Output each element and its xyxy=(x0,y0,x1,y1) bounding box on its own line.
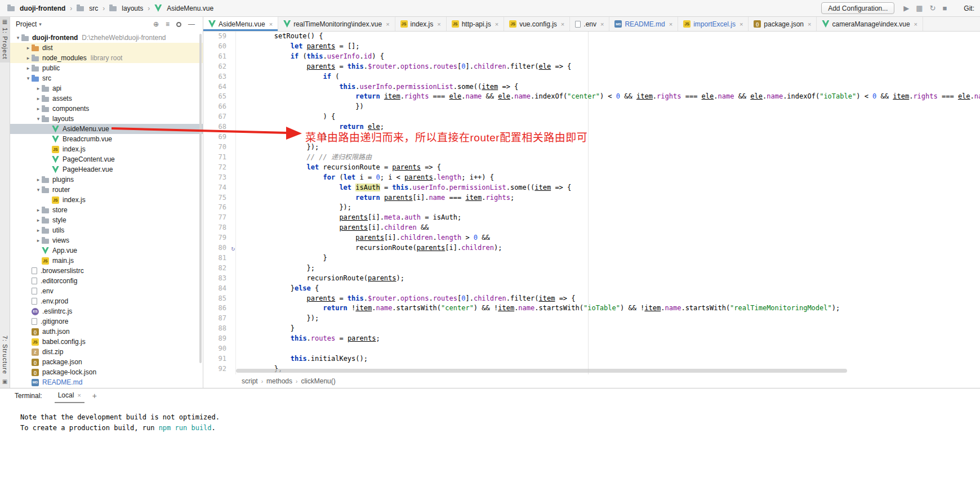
line-number-86[interactable]: 86 xyxy=(203,303,235,314)
line-number-66[interactable]: 66 xyxy=(203,102,235,112)
tree-item-public[interactable]: ▸public xyxy=(10,63,203,73)
tree-item-main-js[interactable]: JSmain.js xyxy=(10,256,203,266)
line-number-61[interactable]: 61 xyxy=(203,52,235,62)
tree-item-src[interactable]: ▾src xyxy=(10,73,203,83)
code-line-78[interactable]: parents[i].children && xyxy=(242,223,980,233)
editor-breadcrumb-clickmenu[interactable]: clickMenu() xyxy=(301,377,335,385)
line-number-73[interactable]: 73 xyxy=(203,173,235,183)
tab-env[interactable]: .env× xyxy=(570,17,609,31)
close-tab-icon[interactable]: × xyxy=(808,21,811,28)
tree-item-components[interactable]: ▸components xyxy=(10,104,203,114)
tree-item-node-modules[interactable]: ▸node_moduleslibrary root xyxy=(10,53,203,63)
code-line-67[interactable]: ) { xyxy=(242,112,980,122)
chevron-right-icon[interactable]: ▸ xyxy=(35,207,42,213)
line-number-85[interactable]: 85 xyxy=(203,294,235,304)
breadcrumb-item-duoji-frontend[interactable]: duoji-frontend xyxy=(6,3,67,14)
code-line-88[interactable]: } xyxy=(242,324,980,334)
line-number-77[interactable]: 77 xyxy=(203,213,235,223)
editor-breadcrumb-script[interactable]: script xyxy=(242,377,258,385)
chevron-right-icon[interactable]: ▸ xyxy=(25,45,32,51)
tree-item-duoji-frontend[interactable]: ▾duoji-frontendD:\zheheWeb\duoji-fronten… xyxy=(10,33,203,43)
tree-item-editorconfig[interactable]: .editorconfig xyxy=(10,276,203,286)
chevron-down-icon[interactable]: ▾ xyxy=(15,35,21,41)
new-terminal-button[interactable]: + xyxy=(92,391,97,400)
chevron-right-icon[interactable]: ▸ xyxy=(25,55,32,61)
tree-item-dist-zip[interactable]: Zdist.zip xyxy=(10,347,203,357)
code-line-73[interactable]: for (let i = 0; i < parents.length; i++)… xyxy=(242,173,980,183)
recursion-icon[interactable]: ↻ xyxy=(231,244,235,254)
code-line-60[interactable]: let parents = []; xyxy=(242,42,980,52)
chevron-right-icon[interactable]: ▸ xyxy=(35,238,42,243)
chevron-right-icon[interactable]: ▸ xyxy=(35,106,42,111)
line-number-88[interactable]: 88 xyxy=(203,324,235,334)
toolwindow-icon[interactable]: ▣ xyxy=(2,379,7,385)
code-line-77[interactable]: parents[i].meta.auth = isAuth; xyxy=(242,213,980,223)
tab-http-api-js[interactable]: JShttp-api.js× xyxy=(447,17,504,31)
code-line-66[interactable]: }) xyxy=(242,102,980,112)
code-line-81[interactable]: } xyxy=(242,253,980,263)
tree-item-store[interactable]: ▸store xyxy=(10,205,203,215)
line-number-83[interactable]: 83 xyxy=(203,274,235,284)
line-number-70[interactable]: 70 xyxy=(203,142,235,153)
code-line-82[interactable]: }; xyxy=(242,263,980,274)
close-tab-icon[interactable]: × xyxy=(740,21,743,28)
tree-item-eslintrc-js[interactable]: ES.eslintrc.js xyxy=(10,306,203,316)
line-number-62[interactable]: 62 xyxy=(203,62,235,72)
hide-panel-icon[interactable]: — xyxy=(188,21,195,28)
tab-cameramanage-index-vue[interactable]: cameraManage\index.vue× xyxy=(817,17,923,31)
tree-item-gitignore[interactable]: .gitignore xyxy=(10,316,203,327)
build-project-button[interactable]: ▦ xyxy=(916,5,923,12)
close-tab-icon[interactable]: × xyxy=(269,21,273,28)
line-number-59[interactable]: 59 xyxy=(203,32,235,42)
line-number-92[interactable]: 92 xyxy=(203,364,235,374)
tree-item-api[interactable]: ▸api xyxy=(10,83,203,93)
line-number-79[interactable]: 79 xyxy=(203,233,235,243)
line-number-80[interactable]: 80↻ xyxy=(203,243,235,253)
code-line-74[interactable]: let isAuth = this.userInfo.permissionLis… xyxy=(242,183,980,193)
tab-importexcel-js[interactable]: JSimportExcel.js× xyxy=(678,17,749,31)
code-line-59[interactable]: setRoute() { xyxy=(242,32,980,42)
structure-toolwindow-button[interactable]: 7: Structure xyxy=(2,336,8,374)
line-number-78[interactable]: 78 xyxy=(203,223,235,233)
line-number-74[interactable]: 74 xyxy=(203,183,235,193)
close-icon[interactable]: × xyxy=(77,392,81,399)
line-number-60[interactable]: 60 xyxy=(203,42,235,52)
code-line-75[interactable]: return parents[i].name === item.rights; xyxy=(242,193,980,203)
close-tab-icon[interactable]: × xyxy=(561,21,564,28)
tab-vue-config-js[interactable]: JSvue.config.js× xyxy=(504,17,570,31)
code-line-63[interactable]: if ( xyxy=(242,72,980,82)
breadcrumb-item-asidemenu-vue[interactable]: AsideMenu.vue xyxy=(153,3,215,14)
code-line-62[interactable]: parents = this.$router.options.routes[0]… xyxy=(242,62,980,72)
tree-item-package-json[interactable]: {}package.json xyxy=(10,357,203,367)
code-line-79[interactable]: parents[i].children.length > 0 && xyxy=(242,233,980,243)
tab-readme-md[interactable]: MDREADME.md× xyxy=(609,17,678,31)
line-number-91[interactable]: 91 xyxy=(203,354,235,364)
chevron-right-icon[interactable]: ▸ xyxy=(35,96,42,101)
code-line-65[interactable]: return item.rights === ele.name && ele.n… xyxy=(242,92,980,102)
code-line-72[interactable]: let recursionRoute = parents => { xyxy=(242,163,980,173)
chevron-down-icon[interactable]: ▾ xyxy=(25,75,32,81)
tree-item-index-js[interactable]: JSindex.js xyxy=(10,195,203,205)
tab-realtimemonitoring-index-vue[interactable]: realTimeMonitoring\index.vue× xyxy=(278,17,395,31)
line-number-87[interactable]: 87 xyxy=(203,314,235,324)
tree-item-package-lock-json[interactable]: {}package-lock.json xyxy=(10,367,203,377)
line-number-71[interactable]: 71 xyxy=(203,153,235,163)
sync-button[interactable]: ↻ xyxy=(930,5,936,12)
line-number-89[interactable]: 89 xyxy=(203,334,235,344)
project-toolwindow-button[interactable]: ▦ 1: Project xyxy=(0,17,10,62)
line-number-72[interactable]: 72 xyxy=(203,163,235,173)
tree-item-views[interactable]: ▸views xyxy=(10,235,203,245)
code-line-76[interactable]: }); xyxy=(242,203,980,213)
run-button[interactable]: ▶ xyxy=(903,5,909,12)
line-number-90[interactable]: 90 xyxy=(203,344,235,354)
add-configuration-button[interactable]: Add Configuration... xyxy=(821,2,894,14)
line-number-84[interactable]: 84 xyxy=(203,284,235,294)
code-line-85[interactable]: parents = this.$router.options.routes[0]… xyxy=(242,294,980,304)
chevron-right-icon[interactable]: ▸ xyxy=(35,227,42,233)
chevron-right-icon[interactable]: ▸ xyxy=(35,177,42,182)
tree-item-pagecontent-vue[interactable]: PageContent.vue xyxy=(10,154,203,164)
editor-breadcrumb-methods[interactable]: methods xyxy=(266,377,292,385)
code-line-84[interactable]: }else { xyxy=(242,284,980,294)
tree-item-env[interactable]: .env xyxy=(10,286,203,296)
chevron-right-icon[interactable]: ▸ xyxy=(35,217,42,223)
